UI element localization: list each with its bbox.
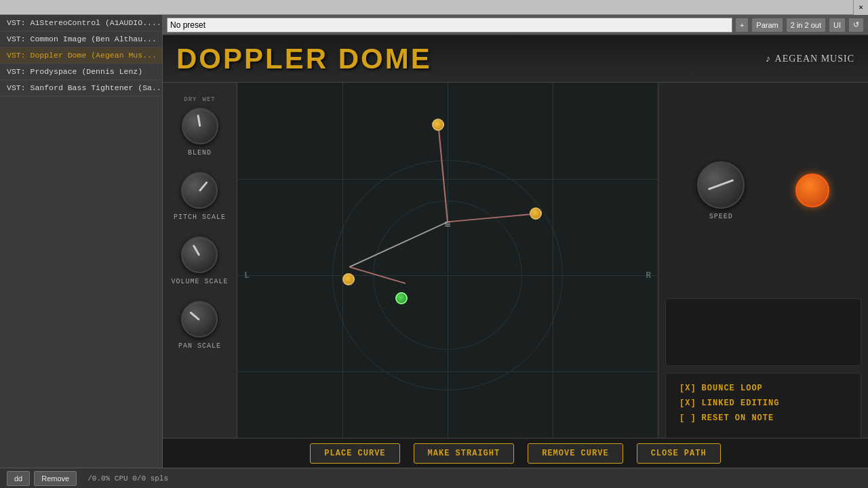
blend-label: BLEND (188, 149, 212, 157)
preset-select[interactable] (167, 18, 732, 33)
right-panel: SPEED [X] BOUNCE LOOP [X] LINKED EDITING (658, 83, 868, 468)
volume-scale-knob[interactable] (179, 235, 220, 275)
control-point-top[interactable] (432, 119, 444, 131)
visualization-panel[interactable]: L R ≡ (237, 83, 658, 468)
speed-label: SPEED (709, 213, 733, 220)
left-label: L (244, 270, 250, 281)
sidebar: VST: A1StereoControl (A1AUDIO.... VST: C… (0, 15, 163, 488)
add-button[interactable]: dd (7, 471, 30, 486)
control-point-right[interactable] (530, 207, 542, 220)
option-row-1[interactable]: [X] LINKED EDITING (679, 399, 847, 408)
close-icon[interactable]: ✕ (853, 0, 868, 15)
right-top: SPEED (658, 83, 868, 298)
pan-scale-label: PAN SCALE (178, 342, 221, 350)
blend-group: DRY WET BLEND (180, 96, 220, 157)
checkbox-1: [X] (679, 399, 696, 408)
option-label-2: RESET ON NOTE (702, 413, 774, 423)
orange-orb[interactable] (795, 174, 829, 207)
pitch-scale-knob[interactable] (179, 170, 220, 211)
io-button[interactable]: 2 in 2 out (786, 18, 826, 33)
pan-scale-knob[interactable] (179, 299, 220, 340)
option-label-1: LINKED EDITING (702, 399, 780, 408)
left-panel: DRY WET BLEND PITCH SCALE (163, 83, 237, 468)
option-row-0[interactable]: [X] BOUNCE LOOP (679, 384, 847, 393)
bottom-bar: dd Remove /0.0% CPU 0/0 spls (0, 468, 868, 488)
dry-label: DRY (184, 96, 197, 103)
control-point-green[interactable] (395, 292, 408, 304)
cpu-display: /0.0% CPU 0/0 spls (87, 474, 168, 483)
checkbox-0: [X] (679, 384, 696, 393)
close-path-button[interactable]: CLOSE PATH (637, 443, 721, 464)
remove-button[interactable]: Remove (34, 471, 77, 486)
option-label-0: BOUNCE LOOP (702, 384, 763, 393)
viz-canvas[interactable]: L R ≡ (237, 83, 658, 468)
aegean-logo: ♪ AEGEAN MUSIC (765, 54, 854, 64)
speed-knob[interactable] (697, 161, 745, 209)
sidebar-item-2[interactable]: VST: Doppler Dome (Aegean Mus... (0, 47, 162, 64)
preset-bar: + Param 2 in 2 out UI ↺ (163, 15, 868, 35)
speed-group: SPEED (697, 161, 745, 220)
plugin-area: DOPPLER DOME ♪ AEGEAN MUSIC DRY WET BLEN… (163, 35, 868, 468)
playhead-icon: ≡ (444, 219, 451, 231)
ui-button[interactable]: UI (829, 18, 846, 33)
checkbox-2: [ ] (679, 413, 696, 423)
param-button[interactable]: Param (751, 18, 783, 33)
pitch-scale-label: PITCH SCALE (174, 214, 226, 221)
aegean-logo-text: AEGEAN MUSIC (775, 54, 854, 64)
preset-add-button[interactable]: + (735, 18, 749, 33)
blend-knob[interactable] (180, 106, 220, 146)
place-curve-button[interactable]: PLACE CURVE (310, 443, 399, 464)
control-point-left[interactable] (342, 273, 355, 285)
guide-circle-2 (332, 160, 563, 390)
top-bar: ✕ (0, 0, 868, 15)
remove-curve-button[interactable]: REMOVE CURVE (528, 443, 623, 464)
pan-scale-group: PAN SCALE (178, 299, 221, 350)
right-display (665, 298, 861, 366)
sidebar-item-4[interactable]: VST: Sanford Bass Tightener (Sa... (0, 80, 162, 96)
plugin-body: DRY WET BLEND PITCH SCALE (163, 83, 868, 468)
pitch-scale-group: PITCH SCALE (174, 170, 226, 221)
plugin-header: DOPPLER DOME ♪ AEGEAN MUSIC (163, 35, 868, 83)
blend-dry-wet-labels: DRY WET (184, 96, 215, 103)
refresh-button[interactable]: ↺ (848, 18, 864, 33)
sidebar-item-0[interactable]: VST: A1StereoControl (A1AUDIO.... (0, 15, 162, 31)
plugin-title: DOPPLER DOME (176, 43, 432, 75)
volume-scale-label: VOLUME SCALE (171, 278, 228, 285)
right-label: R (646, 270, 651, 281)
aegean-logo-icon: ♪ (765, 54, 770, 64)
make-straight-button[interactable]: MAKE STRAIGHT (414, 443, 515, 464)
sidebar-item-1[interactable]: VST: Common Image (Ben Althau... (0, 31, 162, 47)
bottom-buttons: PLACE CURVE MAKE STRAIGHT REMOVE CURVE C… (163, 438, 868, 468)
options-panel: [X] BOUNCE LOOP [X] LINKED EDITING [ ] R… (665, 373, 861, 439)
sidebar-item-3[interactable]: VST: Prodyspace (Dennis Lenz) (0, 64, 162, 80)
volume-scale-group: VOLUME SCALE (171, 235, 228, 285)
wet-label: WET (203, 96, 216, 103)
option-row-2[interactable]: [ ] RESET ON NOTE (679, 413, 847, 423)
